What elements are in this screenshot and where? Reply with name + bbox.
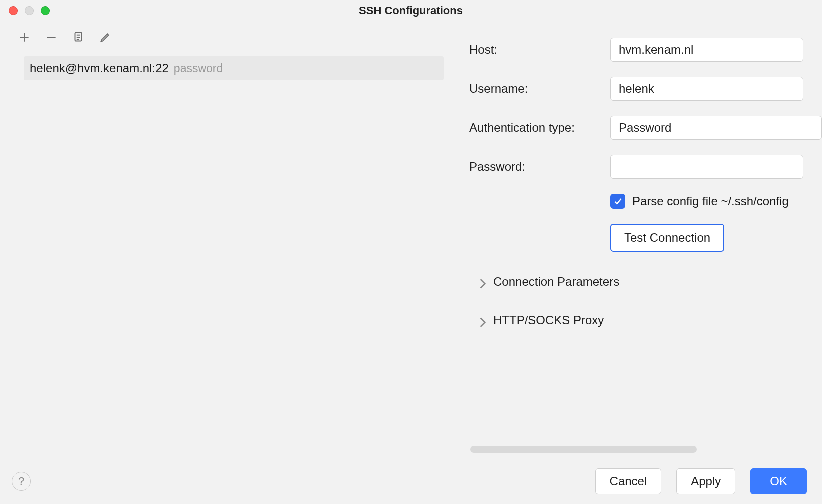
window-title: SSH Configurations: [0, 4, 822, 18]
copy-icon[interactable]: [72, 31, 85, 44]
parse-config-checkbox[interactable]: [610, 194, 626, 209]
test-connection-label: Test Connection: [624, 231, 710, 245]
body: helenk@hvm.kenam.nl:22 password Host: Us…: [0, 22, 822, 458]
ssh-config-window: SSH Configurations helenk@hvm.k: [0, 0, 822, 504]
cancel-button[interactable]: Cancel: [596, 468, 662, 494]
config-list: helenk@hvm.kenam.nl:22 password: [0, 52, 455, 458]
auth-type-label: Authentication type:: [470, 121, 604, 135]
apply-label: Apply: [691, 474, 721, 488]
parse-config-label: Parse config file ~/.ssh/config: [632, 194, 789, 208]
horizontal-scrollbar[interactable]: [470, 446, 697, 453]
connection-parameters-expander[interactable]: Connection Parameters: [456, 263, 816, 302]
add-icon[interactable]: [18, 31, 31, 44]
proxy-label: HTTP/SOCKS Proxy: [494, 314, 604, 328]
auth-type-value: Password: [619, 121, 672, 135]
chevron-right-icon: [480, 317, 486, 324]
test-connection-button[interactable]: Test Connection: [610, 224, 724, 252]
password-input[interactable]: [610, 155, 804, 179]
ok-label: OK: [770, 474, 788, 488]
username-label: Username:: [470, 82, 604, 96]
remove-icon[interactable]: [45, 31, 58, 44]
host-input[interactable]: [610, 38, 804, 62]
edit-icon[interactable]: [99, 31, 112, 44]
parse-config-row: Parse config file ~/.ssh/config: [610, 194, 822, 209]
config-item-primary: helenk@hvm.kenam.nl:22: [30, 62, 169, 76]
titlebar: SSH Configurations: [0, 0, 822, 22]
config-list-item[interactable]: helenk@hvm.kenam.nl:22 password: [24, 56, 444, 80]
connection-parameters-label: Connection Parameters: [494, 275, 620, 289]
footer: ? Cancel Apply OK: [0, 458, 822, 504]
host-label: Host:: [470, 43, 604, 57]
config-form: Host: Username: Authentication type: Pas…: [456, 38, 822, 252]
username-input[interactable]: [610, 77, 804, 101]
auth-type-select[interactable]: Password: [610, 116, 822, 140]
left-panel: helenk@hvm.kenam.nl:22 password: [0, 22, 455, 458]
apply-button[interactable]: Apply: [676, 468, 736, 494]
list-toolbar: [0, 22, 455, 52]
password-label: Password:: [470, 160, 604, 174]
ok-button[interactable]: OK: [750, 468, 807, 494]
chevron-right-icon: [480, 278, 486, 286]
right-panel: Host: Username: Authentication type: Pas…: [456, 22, 822, 458]
config-item-secondary: password: [174, 62, 223, 76]
proxy-expander[interactable]: HTTP/SOCKS Proxy: [456, 302, 816, 340]
cancel-label: Cancel: [610, 474, 648, 488]
help-button[interactable]: ?: [12, 472, 31, 491]
